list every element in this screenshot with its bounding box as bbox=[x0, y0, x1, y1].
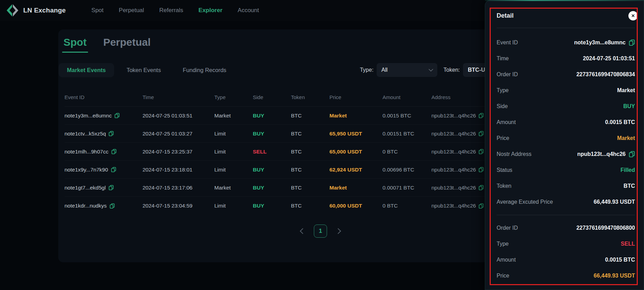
time: 2024-07-25 01:03:27 bbox=[143, 131, 214, 137]
pagination: 1 bbox=[301, 225, 340, 238]
detail-field-amount: Amount 0.0015 BTC bbox=[497, 252, 635, 268]
col-token: Token bbox=[291, 94, 329, 100]
subtab-market-events[interactable]: Market Events bbox=[59, 63, 114, 77]
field-value: 66,449.93 USDT bbox=[594, 273, 635, 279]
app: LN Exchange Spot Perpetual Referrals Exp… bbox=[0, 0, 644, 290]
detail-field-token: Token BTC bbox=[497, 178, 635, 194]
copy-icon[interactable] bbox=[111, 167, 116, 172]
detail-panel-content: Detail ✕ Event ID note1y3m...e8umnc Time… bbox=[497, 8, 635, 284]
side: BUY bbox=[253, 185, 291, 191]
address: npub123t...q4hc26 bbox=[431, 149, 476, 155]
copy-icon[interactable] bbox=[479, 167, 484, 172]
detail-field-side: Side BUY bbox=[497, 98, 635, 114]
field-label: Amount bbox=[497, 119, 516, 125]
price: 65,000 USDT bbox=[329, 149, 383, 155]
copy-icon[interactable] bbox=[479, 149, 484, 154]
type-select[interactable]: All bbox=[377, 63, 437, 77]
token-filter-label: Token: bbox=[444, 67, 460, 73]
side: SELL bbox=[253, 149, 291, 155]
address: npub123t...q4hc26 bbox=[431, 167, 476, 173]
copy-icon[interactable] bbox=[629, 151, 635, 157]
detail-field-event-id: Event ID note1y3m...e8umnc bbox=[497, 35, 635, 51]
event-id: note1mlh...9h07cc bbox=[65, 149, 109, 155]
copy-icon[interactable] bbox=[114, 113, 120, 118]
copy-icon[interactable] bbox=[479, 203, 484, 209]
field-value: 0.0015 BTC bbox=[605, 119, 635, 125]
nav-item-perpetual[interactable]: Perpetual bbox=[119, 7, 144, 14]
amount: 0.0015 BTC bbox=[383, 113, 431, 119]
event-id: note1y3m...e8umnc bbox=[65, 113, 112, 119]
amount: 0 BTC bbox=[383, 203, 431, 209]
side: BUY bbox=[253, 131, 291, 137]
divider bbox=[497, 28, 635, 28]
page-number[interactable]: 1 bbox=[314, 225, 327, 238]
copy-icon[interactable] bbox=[479, 113, 484, 118]
type-select-value: All bbox=[381, 67, 388, 73]
field-value: 2273761699470806800 bbox=[576, 225, 635, 231]
copy-icon[interactable] bbox=[479, 131, 484, 136]
detail-panel: Detail ✕ Event ID note1y3m...e8umnc Time… bbox=[485, 0, 644, 290]
token: BTC bbox=[291, 185, 329, 191]
event-id: note1ctv...k5xz5q bbox=[65, 131, 106, 137]
field-label: Nostr Address bbox=[497, 151, 531, 157]
copy-icon[interactable] bbox=[109, 131, 114, 136]
field-label: Type bbox=[497, 241, 509, 247]
field-value: SELL bbox=[621, 241, 635, 247]
close-button[interactable]: ✕ bbox=[628, 11, 638, 20]
tab-spot[interactable]: Spot bbox=[63, 36, 87, 48]
chevron-left-icon[interactable] bbox=[300, 228, 306, 234]
nav-item-referrals[interactable]: Referrals bbox=[159, 7, 183, 14]
token: BTC bbox=[291, 203, 329, 209]
field-value: Market bbox=[617, 135, 635, 141]
copy-icon[interactable] bbox=[479, 185, 484, 190]
detail-field-average-excuted-price: Average Excuted Price 66,449.93 USDT bbox=[497, 194, 635, 210]
chevron-right-icon[interactable] bbox=[335, 228, 341, 234]
col-time: Time bbox=[143, 94, 214, 100]
copy-icon[interactable] bbox=[629, 39, 635, 46]
field-value: note1y3m...e8umnc bbox=[574, 39, 626, 46]
nav-item-spot[interactable]: Spot bbox=[92, 7, 104, 14]
time: 2024-07-15 23:25:37 bbox=[143, 149, 214, 155]
field-label: Event ID bbox=[497, 39, 518, 46]
detail-field-amount: Amount 0.0015 BTC bbox=[497, 114, 635, 130]
type: Market bbox=[214, 185, 253, 191]
copy-icon[interactable] bbox=[111, 149, 117, 154]
side: BUY bbox=[253, 113, 291, 119]
detail-fields-primary: Event ID note1y3m...e8umnc Time 2024-07-… bbox=[497, 35, 635, 210]
address: npub123t...q4hc26 bbox=[431, 131, 476, 137]
price: 65,950 USDT bbox=[329, 131, 383, 137]
copy-icon[interactable] bbox=[110, 203, 115, 209]
detail-field-type: Type SELL bbox=[497, 236, 635, 252]
type: Market bbox=[214, 113, 253, 119]
tab-perpetual[interactable]: Perpetual bbox=[103, 36, 151, 48]
detail-field-price: Price Market bbox=[497, 130, 635, 146]
field-label: Price bbox=[497, 273, 509, 279]
col-side: Side bbox=[253, 94, 291, 100]
subtab-token-events[interactable]: Token Events bbox=[127, 67, 161, 73]
price: 60,000 USDT bbox=[329, 203, 383, 209]
subtab-funding-records[interactable]: Funding Records bbox=[183, 67, 226, 73]
time: 2024-07-15 23:17:06 bbox=[143, 185, 214, 191]
nav-item-explorer[interactable]: Explorer bbox=[198, 7, 222, 14]
event-id: note1kdr...nudkys bbox=[65, 203, 107, 209]
detail-field-price: Price 66,449.93 USDT bbox=[497, 268, 635, 284]
address: npub123t...q4hc26 bbox=[431, 203, 476, 209]
copy-icon[interactable] bbox=[109, 185, 114, 190]
col-event-id: Event ID bbox=[65, 94, 143, 100]
field-value: Market bbox=[617, 87, 635, 94]
field-label: Status bbox=[497, 167, 512, 173]
price: 62,924 USDT bbox=[329, 167, 383, 173]
field-value: BUY bbox=[623, 103, 635, 109]
divider bbox=[497, 215, 635, 215]
brand-name: LN Exchange bbox=[23, 7, 66, 14]
detail-field-order-id: Order ID 2273761699470806800 bbox=[497, 220, 635, 236]
detail-panel-header: Detail ✕ bbox=[497, 8, 635, 24]
field-label: Order ID bbox=[497, 71, 518, 78]
brand[interactable]: LN Exchange bbox=[5, 3, 66, 18]
field-value: 0.0015 BTC bbox=[605, 257, 635, 263]
detail-fields-counter-order: Order ID 2273761699470806800 Type SELL A… bbox=[497, 220, 635, 284]
nav-item-account[interactable]: Account bbox=[238, 7, 259, 14]
price: Market bbox=[329, 113, 383, 119]
panel-title: Detail bbox=[497, 12, 514, 19]
type: Limit bbox=[214, 131, 253, 137]
